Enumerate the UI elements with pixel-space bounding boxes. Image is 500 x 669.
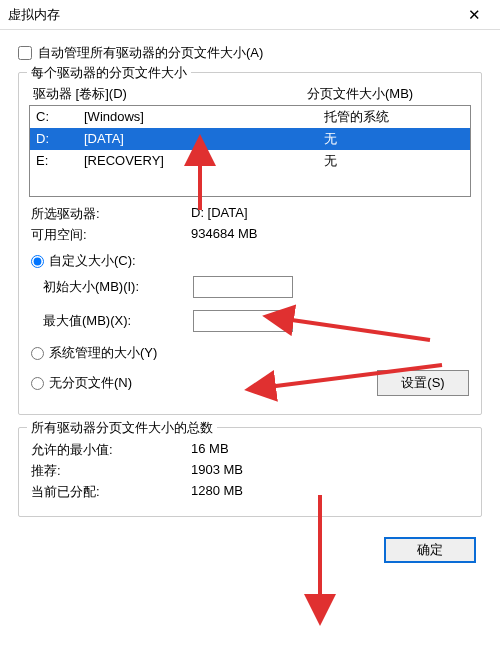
table-row[interactable]: D: [DATA] 无: [30, 128, 470, 150]
selected-drive-label: 所选驱动器:: [31, 205, 191, 223]
header-drive: 驱动器 [卷标](D): [33, 85, 307, 103]
custom-size-radio[interactable]: [31, 255, 44, 268]
current-alloc-value: 1280 MB: [191, 483, 469, 501]
table-row[interactable]: C: [Windows] 托管的系统: [30, 106, 470, 128]
auto-manage-label: 自动管理所有驱动器的分页文件大小(A): [38, 44, 263, 62]
free-space-value: 934684 MB: [191, 226, 469, 244]
dialog-footer: 确定: [0, 529, 500, 575]
ok-button[interactable]: 确定: [384, 537, 476, 563]
close-icon[interactable]: ✕: [456, 6, 492, 24]
initial-size-label: 初始大小(MB)(I):: [43, 278, 193, 296]
table-row[interactable]: E: [RECOVERY] 无: [30, 150, 470, 172]
recommended-label: 推荐:: [31, 462, 191, 480]
min-allowed-label: 允许的最小值:: [31, 441, 191, 459]
selected-drive-value: D: [DATA]: [191, 205, 469, 223]
totals-group: 所有驱动器分页文件大小的总数 允许的最小值: 16 MB 推荐: 1903 MB…: [18, 427, 482, 517]
no-paging-label: 无分页文件(N): [49, 374, 132, 392]
initial-size-input[interactable]: [193, 276, 293, 298]
free-space-label: 可用空间:: [31, 226, 191, 244]
max-size-label: 最大值(MB)(X):: [43, 312, 193, 330]
dialog-content: 自动管理所有驱动器的分页文件大小(A) 每个驱动器的分页文件大小 驱动器 [卷标…: [0, 30, 500, 517]
drive-group: 每个驱动器的分页文件大小 驱动器 [卷标](D) 分页文件大小(MB) C: […: [18, 72, 482, 415]
recommended-value: 1903 MB: [191, 462, 469, 480]
current-alloc-label: 当前已分配:: [31, 483, 191, 501]
system-managed-radio[interactable]: [31, 347, 44, 360]
no-paging-radio[interactable]: [31, 377, 44, 390]
min-allowed-value: 16 MB: [191, 441, 469, 459]
drive-list-header: 驱动器 [卷标](D) 分页文件大小(MB): [29, 83, 471, 105]
system-managed-label: 系统管理的大小(Y): [49, 344, 157, 362]
max-size-input[interactable]: [193, 310, 293, 332]
header-size: 分页文件大小(MB): [307, 85, 467, 103]
custom-size-label: 自定义大小(C):: [49, 252, 136, 270]
auto-manage-checkbox[interactable]: [18, 46, 32, 60]
drive-list[interactable]: C: [Windows] 托管的系统 D: [DATA] 无 E: [RECOV…: [29, 105, 471, 197]
set-button[interactable]: 设置(S): [377, 370, 469, 396]
totals-group-legend: 所有驱动器分页文件大小的总数: [27, 419, 217, 437]
title-bar: 虚拟内存 ✕: [0, 0, 500, 30]
window-title: 虚拟内存: [8, 6, 456, 24]
drive-group-legend: 每个驱动器的分页文件大小: [27, 64, 191, 82]
